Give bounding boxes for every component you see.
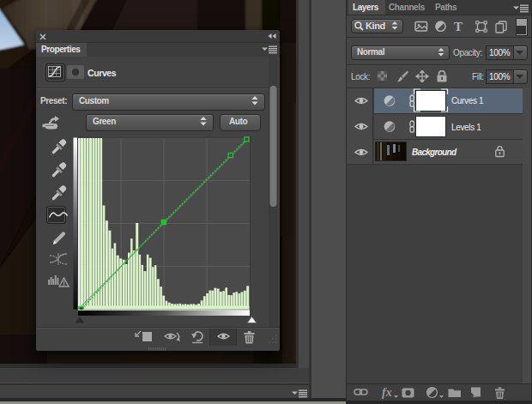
svg-text:T: T [454,21,462,33]
svg-text:fx: fx [382,386,392,399]
